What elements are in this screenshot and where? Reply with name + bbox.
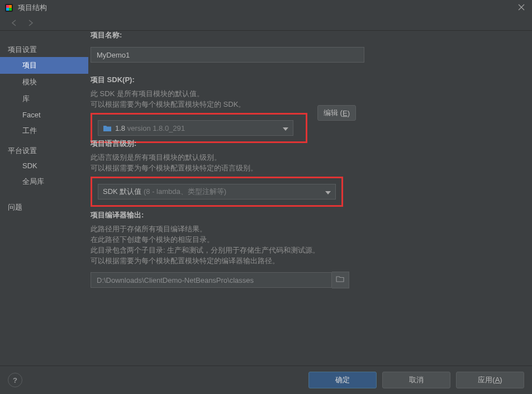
edit-sdk-button[interactable]: 编辑 (E)	[317, 105, 356, 121]
lang-desc-2: 可以根据需要为每个模块配置模块特定的语言级别。	[91, 163, 521, 173]
edit-btn-mnemonic: E	[343, 109, 348, 117]
project-name-label: 项目名称:	[91, 30, 521, 40]
sidebar-item-modules[interactable]: 模块	[0, 74, 88, 91]
window-title: 项目结构	[18, 3, 528, 13]
question-icon: ?	[13, 376, 17, 384]
project-name-input[interactable]: MyDemo1	[91, 47, 364, 63]
apply-text: 应用(	[478, 376, 495, 384]
svg-rect-2	[9, 5, 12, 8]
sdk-desc-1: 此 SDK 是所有项目模块的默认值。	[91, 88, 521, 99]
lang-desc-1: 此语言级别是所有项目模块的默认级别。	[91, 152, 521, 163]
project-sdk-label: 项目 SDK(P):	[91, 75, 521, 85]
edit-btn-text: 编辑 (	[324, 108, 343, 118]
sdk-desc-2: 可以根据需要为每个模块配置模块特定的 SDK。	[91, 99, 521, 110]
apply-close: )	[500, 376, 502, 384]
sidebar-item-problems[interactable]: 问题	[0, 199, 88, 216]
svg-rect-3	[6, 8, 9, 11]
folder-open-icon	[336, 276, 345, 284]
sidebar-item-artifacts[interactable]: 工件	[0, 122, 88, 139]
compiler-output-input[interactable]: D:\Downloads\ClientDemo-NetBeansPro\clas…	[91, 272, 332, 288]
lang-value-prefix: SDK 默认值	[103, 187, 141, 196]
sidebar-item-project[interactable]: 项目	[0, 57, 88, 74]
sdk-value-suffix: version 1.8.0_291	[127, 124, 185, 132]
title-bar: 项目结构	[0, 0, 532, 16]
folder-icon	[103, 125, 111, 131]
sdk-value-prefix: 1.8	[115, 124, 125, 132]
sidebar-item-libraries[interactable]: 库	[0, 91, 88, 107]
ok-button[interactable]: 确定	[308, 372, 377, 388]
apply-button[interactable]: 应用(A)	[456, 372, 524, 388]
sidebar-item-global-libraries[interactable]: 全局库	[0, 173, 88, 190]
lang-highlight: SDK 默认值 (8 - lambda、类型注解等)	[91, 177, 343, 207]
out-desc-3: 此目录包含两个子目录: 生产和测试，分别用于存储生产代码和测试源。	[91, 245, 521, 255]
cancel-label: 取消	[409, 375, 424, 385]
ok-label: 确定	[335, 375, 350, 385]
cancel-button[interactable]: 取消	[382, 372, 450, 388]
sidebar-section-platform-settings: 平台设置	[0, 144, 88, 158]
sidebar-item-facets[interactable]: Facet	[0, 107, 88, 122]
edit-btn-close: )	[348, 109, 350, 117]
lang-value-suffix: (8 - lambda、类型注解等)	[144, 187, 226, 196]
chevron-down-icon	[283, 124, 288, 132]
compiler-output-label: 项目编译器输出:	[91, 210, 521, 220]
out-desc-1: 此路径用于存储所有项目编译结果。	[91, 224, 521, 234]
svg-rect-1	[6, 5, 9, 8]
browse-output-button[interactable]	[332, 272, 349, 288]
project-structure-window: 项目结构 项目设置 项目 模块 库 Facet 工	[0, 0, 532, 394]
compiler-output-value: D:\Downloads\ClientDemo-NetBeansPro\clas…	[97, 276, 254, 284]
sidebar-item-sdks[interactable]: SDK	[0, 158, 88, 173]
close-icon[interactable]	[517, 3, 526, 12]
nav-row	[0, 16, 532, 31]
help-button[interactable]: ?	[8, 373, 22, 387]
sidebar: 项目设置 项目 模块 库 Facet 工件 平台设置 SDK 全局库 问题	[0, 30, 88, 366]
language-level-select[interactable]: SDK 默认值 (8 - lambda、类型注解等)	[98, 184, 336, 200]
svg-rect-4	[9, 8, 12, 11]
back-icon[interactable]	[10, 18, 19, 27]
app-icon	[4, 3, 13, 12]
out-desc-2: 在此路径下创建每个模块的相应目录。	[91, 234, 521, 245]
content-panel: 项目名称: MyDemo1 项目 SDK(P): 此 SDK 是所有项目模块的默…	[88, 30, 532, 366]
project-name-value: MyDemo1	[97, 51, 130, 59]
project-sdk-select[interactable]: 1.8 version 1.8.0_291	[98, 120, 293, 136]
button-bar: ? 确定 取消 应用(A)	[0, 365, 532, 394]
chevron-down-icon	[325, 188, 331, 196]
sidebar-section-project-settings: 项目设置	[0, 42, 88, 57]
forward-icon[interactable]	[26, 18, 35, 27]
out-desc-4: 可以根据需要为每个模块配置模块特定的编译器输出路径。	[91, 255, 521, 266]
language-level-label: 项目语言级别:	[91, 139, 521, 149]
